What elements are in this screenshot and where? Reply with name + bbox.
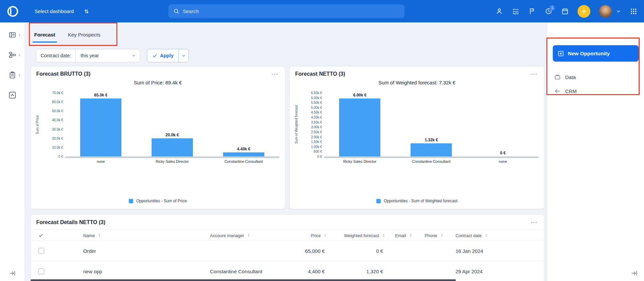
y-tick-label: 3.00k € <box>311 125 322 129</box>
sort-icon[interactable] <box>323 233 327 238</box>
contract-date-select[interactable]: this year <box>76 49 140 62</box>
bar-value-label: 1.32k € <box>425 138 438 142</box>
bar-column: 1.32k € <box>395 93 467 156</box>
bars-area: 65.0k €20.0k €4.40k € <box>65 93 279 156</box>
row-checkbox[interactable] <box>38 248 44 254</box>
sidebar-item-hierarchy[interactable] <box>0 47 24 63</box>
sidebar-expand-toggle[interactable] <box>0 270 25 277</box>
sort-icon[interactable] <box>247 233 251 238</box>
chevron-right-icon <box>18 33 21 37</box>
y-tick-label: 20.0k € <box>52 136 63 140</box>
bar[interactable] <box>339 98 380 156</box>
table-row[interactable]: new oppConstantine Consultant4,400 €1,32… <box>31 261 544 281</box>
y-tick-label: 10.0k € <box>52 145 63 149</box>
bar[interactable] <box>80 98 121 156</box>
expand-right-icon <box>9 270 16 277</box>
row-checkbox[interactable] <box>38 268 44 274</box>
apply-label: Apply <box>160 53 173 58</box>
sort-icon[interactable] <box>97 233 102 238</box>
chart-menu-button[interactable] <box>529 72 539 77</box>
column-header-name[interactable]: Name <box>78 230 205 241</box>
menu-item-crm[interactable]: CRM <box>547 84 644 98</box>
horizontal-scrollbar[interactable] <box>31 279 456 281</box>
chart-baseline <box>324 156 539 158</box>
chart-legend[interactable]: Opportunities - Sum of Price <box>31 199 285 209</box>
calendar-icon[interactable] <box>561 7 569 15</box>
chart-menu-button[interactable] <box>270 72 279 77</box>
sort-icon[interactable] <box>484 233 488 238</box>
bar[interactable] <box>223 152 264 156</box>
row-select-cell <box>31 248 78 254</box>
column-header-phone[interactable]: Phone <box>419 230 450 241</box>
avatar[interactable] <box>599 5 612 18</box>
user-icon[interactable] <box>495 7 503 15</box>
y-tick-label: 50.0k € <box>52 109 63 113</box>
forecast-brutto-card: Forecast BRUTTO (3) Sum of Price: 89.4k … <box>31 66 285 209</box>
column-header-contract-date[interactable]: Contract date <box>450 230 505 241</box>
create-new-button[interactable] <box>578 5 590 18</box>
column-header-account-manager[interactable]: Account manager <box>205 230 290 241</box>
bar-value-label: 0 € <box>500 151 506 155</box>
bar[interactable] <box>152 138 193 156</box>
new-opportunity-button[interactable]: New Opportunity <box>553 45 639 62</box>
menu-item-data[interactable]: Data <box>547 70 644 84</box>
apply-button[interactable]: Apply <box>147 49 178 62</box>
forecast-netto-card: Forecast NETTO (3) Sum of Weighted forec… <box>289 66 544 209</box>
column-header-email[interactable]: Email <box>390 230 419 241</box>
profile-chevron-down-icon[interactable] <box>616 9 621 14</box>
row-select-cell <box>31 268 78 274</box>
sidebar-item-collapse-module[interactable] <box>0 87 24 103</box>
chart-title: Forecast NETTO (3) <box>295 71 345 77</box>
sidebar-item-tasks[interactable] <box>0 67 24 83</box>
bar-column: 65.0k € <box>65 93 137 156</box>
select-all-header[interactable] <box>31 230 78 241</box>
menu-item-label: CRM <box>565 88 577 94</box>
chart-legend[interactable]: Opportunities - Sum of Weighted forecast <box>290 199 544 209</box>
chart-title: Forecast BRUTTO (3) <box>36 71 91 77</box>
check-icon <box>152 53 157 58</box>
tab-key-prospects[interactable]: Key Prospects <box>68 27 101 43</box>
chevron-down-icon <box>181 54 186 58</box>
tab-forecast[interactable]: Forecast <box>34 27 55 43</box>
table-menu-button[interactable] <box>529 220 539 225</box>
search-bar[interactable] <box>168 4 405 18</box>
chevron-down-icon <box>131 54 136 58</box>
flag-icon[interactable] <box>528 7 536 15</box>
column-header-weighted-forecast[interactable]: Weighted forecast <box>331 230 390 241</box>
column-header-price[interactable]: Price <box>290 230 331 241</box>
sort-icon[interactable] <box>381 233 386 238</box>
table-cell: Order <box>78 248 205 254</box>
table-body: Order65,000 €0 €16 Jan 2024new oppConsta… <box>31 241 544 281</box>
bars-area: 6.00k €1.32k €0 € <box>324 93 539 156</box>
y-tick-label: 70.0k € <box>52 91 63 95</box>
reminders-icon[interactable]: 1 <box>545 7 552 15</box>
tasks-icon[interactable] <box>512 7 520 15</box>
chart-plot: Sum of Price0 €10.0k €20.0k €30.0k €40.0… <box>35 93 279 156</box>
dashboard-icon <box>8 31 16 39</box>
select-dashboard-label[interactable]: Select dashboard <box>35 8 74 14</box>
y-tick-label: 2.50k € <box>311 130 322 134</box>
legend-swatch <box>376 199 381 203</box>
category-label: Constantine Consultant <box>395 159 467 163</box>
sort-icon[interactable] <box>409 233 413 238</box>
bar-value-label: 65.0k € <box>94 93 107 97</box>
y-tick-label: 30.0k € <box>52 127 63 131</box>
contract-date-filter[interactable]: Contract date: this year <box>36 49 140 62</box>
clipboard-icon <box>8 71 16 79</box>
sidebar-item-dashboards[interactable] <box>0 27 24 43</box>
bar[interactable] <box>411 143 452 156</box>
chart-subtitle: Sum of Price: 89.4k € <box>31 80 285 85</box>
app-logo[interactable] <box>5 4 20 19</box>
swap-dashboard-icon[interactable] <box>83 8 90 15</box>
search-input[interactable] <box>183 8 400 14</box>
right-panel-expand-toggle[interactable] <box>631 270 638 277</box>
sort-icon[interactable] <box>440 233 444 238</box>
table-cell: 29 Apr 2024 <box>450 269 505 274</box>
apply-options-button[interactable] <box>178 49 189 62</box>
bar-value-label: 20.0k € <box>165 133 179 137</box>
apps-grid-icon[interactable] <box>630 8 637 15</box>
chart-category-labels: Ricky Sales DirectorConstantine Consulta… <box>324 159 539 163</box>
y-tick-label: 1.00k € <box>311 145 322 148</box>
table-row[interactable]: Order65,000 €0 €16 Jan 2024 <box>31 241 544 261</box>
right-panel-menu: Data CRM <box>547 70 644 98</box>
